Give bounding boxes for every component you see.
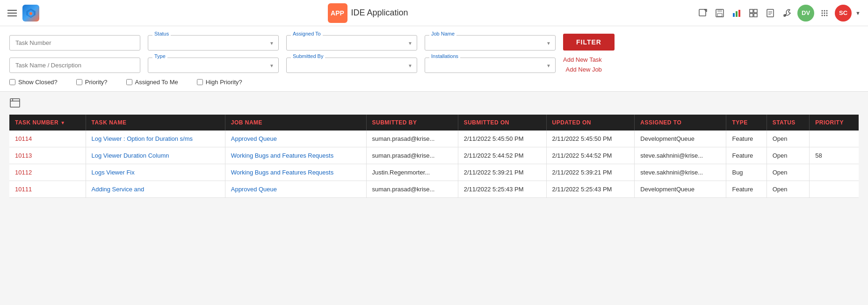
assigned-to-me-checkbox[interactable] <box>126 79 132 85</box>
svg-rect-29 <box>10 99 20 107</box>
svg-point-22 <box>826 10 828 11</box>
cell-submitted_on: 2/11/2022 5:39:21 PM <box>458 164 546 181</box>
cell-submitted_on: 2/11/2022 5:44:52 PM <box>458 147 546 164</box>
cell-job_name[interactable]: Approved Queue <box>225 181 366 198</box>
cell-updated_on: 2/11/2022 5:45:50 PM <box>546 131 635 147</box>
col-updated-on[interactable]: UPDATED ON <box>546 115 635 131</box>
add-new-task-button[interactable]: Add New Task <box>563 56 602 63</box>
header-left <box>7 5 39 22</box>
cell-task_name[interactable]: Adding Service and <box>86 181 225 198</box>
job-name-wrap: Job Name <box>425 35 556 51</box>
installations-wrap: Installations <box>425 58 556 73</box>
cell-updated_on: 2/11/2022 5:39:21 PM <box>546 164 635 181</box>
priority-checkbox[interactable] <box>76 79 82 85</box>
priority-checkbox-wrap[interactable]: Priority? <box>76 79 108 86</box>
col-job-name-label: JOB NAME <box>231 119 262 126</box>
show-closed-label: Show Closed? <box>18 79 58 86</box>
cell-job_name[interactable]: Working Bugs and Features Requests <box>225 164 366 181</box>
show-closed-checkbox-wrap[interactable]: Show Closed? <box>9 79 58 86</box>
cell-updated_on: 2/11/2022 5:25:43 PM <box>546 181 635 198</box>
priority-label: Priority? <box>85 79 108 86</box>
col-task-name[interactable]: TASK NAME <box>86 115 225 131</box>
cell-updated_on: 2/11/2022 5:44:52 PM <box>546 147 635 164</box>
status-wrap: Status <box>148 35 279 51</box>
col-task-name-label: TASK NAME <box>92 119 127 126</box>
assigned-to-me-checkbox-wrap[interactable]: Assigned To Me <box>126 79 178 86</box>
cell-submitted_by: suman.prasad@krise... <box>366 131 458 147</box>
report-icon[interactable] <box>764 7 777 20</box>
sort-arrow-task-number: ▼ <box>60 120 65 125</box>
cell-job_name[interactable]: Approved Queue <box>225 131 366 147</box>
cell-task_name[interactable]: Log Viewer Duration Column <box>86 147 225 164</box>
svg-point-23 <box>822 12 823 14</box>
cell-submitted_by: suman.prasad@krise... <box>366 181 458 198</box>
col-task-number[interactable]: TASK NUMBER ▼ <box>9 115 86 131</box>
cell-task_number[interactable]: 10114 <box>9 131 86 147</box>
cell-task_number[interactable]: 10111 <box>9 181 86 198</box>
col-updated-on-label: UPDATED ON <box>552 119 591 126</box>
apps-grid-icon[interactable] <box>818 7 831 20</box>
cell-job_name[interactable]: Working Bugs and Features Requests <box>225 147 366 164</box>
svg-rect-12 <box>754 9 757 13</box>
col-assigned-to[interactable]: ASSIGNED TO <box>635 115 726 131</box>
avatar-dv[interactable]: DV <box>797 5 814 22</box>
filter-button[interactable]: FILTER <box>563 34 615 51</box>
table-row: 10111Adding Service andApproved Queuesum… <box>9 181 859 198</box>
col-priority[interactable]: PRIORITY <box>810 115 859 131</box>
filter-actions-row1: FILTER <box>563 34 615 51</box>
avatar-sc[interactable]: SC <box>835 5 852 22</box>
cell-type: Bug <box>726 164 767 181</box>
task-name-input[interactable] <box>9 58 140 73</box>
task-number-input[interactable] <box>9 35 140 51</box>
svg-point-26 <box>822 15 823 16</box>
add-new-job-button[interactable]: Add New Job <box>566 66 602 73</box>
export-icon[interactable] <box>9 100 21 110</box>
high-priority-checkbox[interactable] <box>197 79 203 85</box>
installations-select[interactable] <box>425 58 556 73</box>
svg-point-21 <box>824 10 825 11</box>
col-task-number-label: TASK NUMBER <box>15 119 58 126</box>
new-tab-icon[interactable] <box>696 7 709 20</box>
submitted-by-select[interactable] <box>286 58 417 73</box>
type-wrap: Type <box>148 58 279 73</box>
svg-rect-9 <box>736 11 738 17</box>
svg-point-28 <box>826 15 828 16</box>
tasks-table: TASK NUMBER ▼ TASK NAME JOB NAME SUBMITT… <box>9 115 859 198</box>
cell-assigned_to: steve.sakhnini@krise... <box>635 164 726 181</box>
sc-dropdown[interactable]: ▼ <box>855 10 861 16</box>
hamburger-menu[interactable] <box>7 10 17 16</box>
col-submitted-by[interactable]: SUBMITTED BY <box>366 115 458 131</box>
svg-rect-13 <box>750 14 753 17</box>
grid-view-icon[interactable] <box>747 7 760 20</box>
chart-icon[interactable] <box>730 7 743 20</box>
high-priority-checkbox-wrap[interactable]: High Priority? <box>197 79 242 86</box>
job-name-select[interactable] <box>425 35 556 51</box>
cell-task_name[interactable]: Logs Viewer Fix <box>86 164 225 181</box>
tools-icon[interactable] <box>781 7 794 20</box>
cell-submitted_by: suman.prasad@krise... <box>366 147 458 164</box>
svg-rect-3 <box>699 9 706 16</box>
col-type[interactable]: TYPE <box>726 115 767 131</box>
cell-submitted_on: 2/11/2022 5:25:43 PM <box>458 181 546 198</box>
cell-task_number[interactable]: 10112 <box>9 164 86 181</box>
cell-status: Open <box>767 164 810 181</box>
show-closed-checkbox[interactable] <box>9 79 15 85</box>
filter-row-2: Type Submitted By Installations Add New … <box>9 56 859 73</box>
table-header: TASK NUMBER ▼ TASK NAME JOB NAME SUBMITT… <box>9 115 859 131</box>
col-status-label: STATUS <box>773 119 796 126</box>
svg-rect-11 <box>750 9 753 13</box>
svg-point-2 <box>29 12 32 15</box>
cell-submitted_on: 2/11/2022 5:45:50 PM <box>458 131 546 147</box>
col-job-name[interactable]: JOB NAME <box>225 115 366 131</box>
col-submitted-on[interactable]: SUBMITTED ON <box>458 115 546 131</box>
cell-task_name[interactable]: Log Viewer : Option for Duration s/ms <box>86 131 225 147</box>
task-name-wrap <box>9 58 140 73</box>
submitted-by-label: Submitted By <box>291 53 325 59</box>
status-select[interactable] <box>148 35 279 51</box>
assigned-to-select[interactable] <box>286 35 417 51</box>
save-icon[interactable] <box>713 7 726 20</box>
cell-task_number[interactable]: 10113 <box>9 147 86 164</box>
col-status[interactable]: STATUS <box>767 115 810 131</box>
cell-status: Open <box>767 147 810 164</box>
type-select[interactable] <box>148 58 279 73</box>
